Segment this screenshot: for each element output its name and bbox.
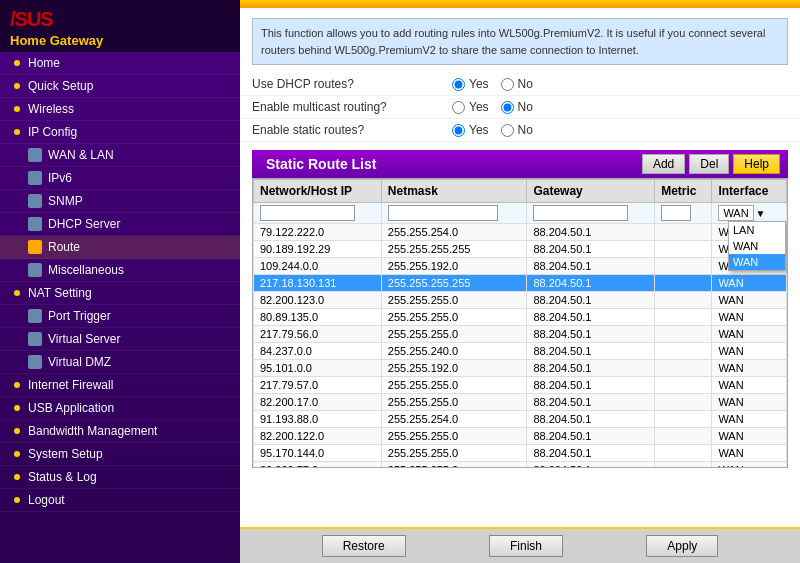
cell-metric — [655, 224, 712, 241]
sidebar-item-dhcpserver[interactable]: DHCP Server — [0, 213, 240, 236]
edit-ip-input[interactable] — [260, 205, 355, 221]
sidebar-item-natsetting[interactable]: NAT Setting — [0, 282, 240, 305]
table-row[interactable]: 80.89.135.0 255.255.255.0 88.204.50.1 WA… — [254, 309, 787, 326]
help-button[interactable]: Help — [733, 154, 780, 174]
sidebar-item-porttrigger[interactable]: Port Trigger — [0, 305, 240, 328]
sidebar-nav: Home Quick Setup Wireless IP Config WAN … — [0, 52, 240, 512]
sidebar-item-logout[interactable]: Logout — [0, 489, 240, 512]
static-route-title: Static Route List — [260, 154, 638, 174]
logo-area: /SUS Home Gateway — [0, 0, 240, 52]
sidebar-item-label: Internet Firewall — [28, 378, 113, 392]
add-button[interactable]: Add — [642, 154, 685, 174]
table-row[interactable]: 84.237.0.0 255.255.240.0 88.204.50.1 WAN — [254, 343, 787, 360]
cell-gateway: 88.204.50.1 — [527, 258, 655, 275]
sidebar-item-virtualserver[interactable]: Virtual Server — [0, 328, 240, 351]
iface-option-wan[interactable]: WAN — [729, 238, 785, 254]
iface-option-lan[interactable]: LAN — [729, 222, 785, 238]
finish-button[interactable]: Finish — [489, 535, 563, 557]
apply-button[interactable]: Apply — [646, 535, 718, 557]
cell-interface: WAN — [712, 343, 787, 360]
cell-gateway: 88.204.50.1 — [527, 462, 655, 469]
table-row[interactable]: 79.122.222.0 255.255.254.0 88.204.50.1 W… — [254, 224, 787, 241]
cell-gateway: 88.204.50.1 — [527, 292, 655, 309]
static-no-radio[interactable] — [501, 124, 514, 137]
multicast-no-radio[interactable] — [501, 101, 514, 114]
cell-interface: WAN — [712, 309, 787, 326]
table-row[interactable]: 90.189.192.29 255.255.255.255 88.204.50.… — [254, 241, 787, 258]
sidebar-item-quicksetup[interactable]: Quick Setup — [0, 75, 240, 98]
del-button[interactable]: Del — [689, 154, 729, 174]
sidebar-item-ipconfig[interactable]: IP Config — [0, 121, 240, 144]
cell-netmask: 255.255.240.0 — [381, 343, 527, 360]
cell-gateway: 88.204.50.1 — [527, 394, 655, 411]
static-routes-row: Enable static routes? Yes No — [240, 119, 800, 142]
dropdown-arrow-icon[interactable]: ▼ — [755, 208, 765, 219]
cell-netmask: 255.255.255.255 — [381, 241, 527, 258]
sidebar-item-syssetup[interactable]: System Setup — [0, 443, 240, 466]
sidebar-item-label: Logout — [28, 493, 65, 507]
sidebar-item-virtualdmz[interactable]: Virtual DMZ — [0, 351, 240, 374]
nav-dot — [14, 405, 20, 411]
dhcp-no-radio[interactable] — [501, 78, 514, 91]
table-row[interactable]: 95.101.0.0 255.255.192.0 88.204.50.1 WAN — [254, 360, 787, 377]
dhcp-yes-radio[interactable] — [452, 78, 465, 91]
cell-ip: 82.200.123.0 — [254, 292, 382, 309]
edit-netmask-input[interactable] — [388, 205, 498, 221]
multicast-yes-radio[interactable] — [452, 101, 465, 114]
sidebar-item-statuslog[interactable]: Status & Log — [0, 466, 240, 489]
sidebar-item-label: Quick Setup — [28, 79, 93, 93]
sidebar-item-usb[interactable]: USB Application — [0, 397, 240, 420]
cell-ip: 84.237.0.0 — [254, 343, 382, 360]
edit-gateway-cell — [527, 203, 655, 224]
cell-interface: WAN — [712, 411, 787, 428]
sidebar-item-bandwidth[interactable]: Bandwidth Management — [0, 420, 240, 443]
nav-dot — [14, 83, 20, 89]
edit-gateway-input[interactable] — [533, 205, 628, 221]
nav-dot — [14, 451, 20, 457]
nav-dot — [14, 474, 20, 480]
cell-ip: 217.18.130.131 — [254, 275, 382, 292]
sidebar-item-wanlan[interactable]: WAN & LAN — [0, 144, 240, 167]
table-row[interactable]: 82.200.77.0 255.255.255.0 88.204.50.1 WA… — [254, 462, 787, 469]
sidebar-item-label: Virtual DMZ — [48, 355, 111, 369]
table-row[interactable]: 82.200.17.0 255.255.255.0 88.204.50.1 WA… — [254, 394, 787, 411]
sidebar-item-firewall[interactable]: Internet Firewall — [0, 374, 240, 397]
nav-dot — [14, 290, 20, 296]
brand-title: Home Gateway — [10, 33, 230, 48]
cell-ip: 95.170.144.0 — [254, 445, 382, 462]
sidebar-item-wireless[interactable]: Wireless — [0, 98, 240, 121]
nav-icon — [28, 240, 42, 254]
top-bar — [240, 0, 800, 8]
cell-gateway: 88.204.50.1 — [527, 377, 655, 394]
sidebar-item-route[interactable]: Route — [0, 236, 240, 259]
sidebar-item-label: Port Trigger — [48, 309, 111, 323]
table-row[interactable]: 109.244.0.0 255.255.192.0 88.204.50.1 WA… — [254, 258, 787, 275]
interface-display[interactable]: WAN — [718, 205, 754, 221]
cell-metric — [655, 377, 712, 394]
col-interface: Interface — [712, 180, 787, 203]
sidebar: /SUS Home Gateway Home Quick Setup Wirel… — [0, 0, 240, 563]
static-yes-radio[interactable] — [452, 124, 465, 137]
sidebar-item-misc[interactable]: Miscellaneous — [0, 259, 240, 282]
table-row[interactable]: 95.170.144.0 255.255.255.0 88.204.50.1 W… — [254, 445, 787, 462]
table-row[interactable]: 82.200.122.0 255.255.255.0 88.204.50.1 W… — [254, 428, 787, 445]
table-row[interactable]: 91.193.88.0 255.255.254.0 88.204.50.1 WA… — [254, 411, 787, 428]
cell-gateway: 88.204.50.1 — [527, 445, 655, 462]
restore-button[interactable]: Restore — [322, 535, 406, 557]
cell-interface: WAN — [712, 428, 787, 445]
table-row[interactable]: 217.79.56.0 255.255.255.0 88.204.50.1 WA… — [254, 326, 787, 343]
table-row[interactable]: 217.79.57.0 255.255.255.0 88.204.50.1 WA… — [254, 377, 787, 394]
sidebar-item-ipv6[interactable]: IPv6 — [0, 167, 240, 190]
table-row[interactable]: 82.200.123.0 255.255.255.0 88.204.50.1 W… — [254, 292, 787, 309]
edit-metric-input[interactable] — [661, 205, 691, 221]
cell-netmask: 255.255.254.0 — [381, 411, 527, 428]
cell-gateway: 88.204.50.1 — [527, 309, 655, 326]
route-table-wrapper[interactable]: Network/Host IP Netmask Gateway Metric I… — [252, 178, 788, 468]
static-no-label: No — [518, 123, 533, 137]
sidebar-item-home[interactable]: Home — [0, 52, 240, 75]
cell-metric — [655, 428, 712, 445]
sidebar-item-snmp[interactable]: SNMP — [0, 190, 240, 213]
iface-option-wan2[interactable]: WAN — [729, 254, 785, 270]
cell-interface: WAN — [712, 275, 787, 292]
table-row[interactable]: 217.18.130.131 255.255.255.255 88.204.50… — [254, 275, 787, 292]
